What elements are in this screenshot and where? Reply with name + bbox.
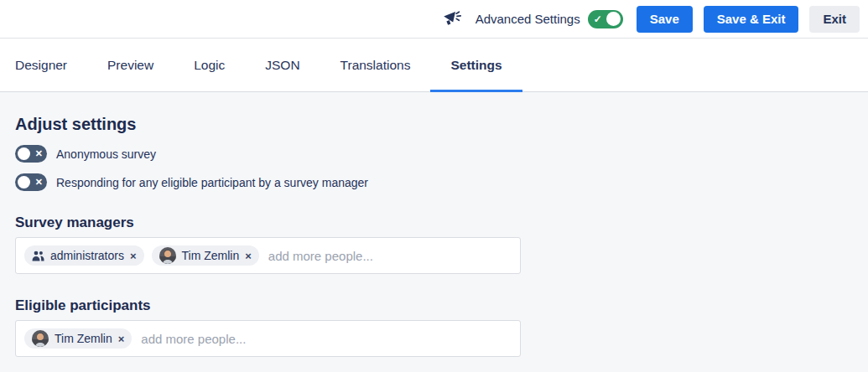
avatar-tim-zemlin	[159, 247, 176, 264]
save-and-exit-button[interactable]: Save & Exit	[704, 6, 799, 33]
tag-tim-zemlin: Tim Zemlin ×	[152, 245, 259, 266]
tab-json[interactable]: JSON	[245, 39, 320, 91]
tag-label: Tim Zemlin	[182, 249, 240, 262]
tag-administrators: administrators ×	[24, 245, 144, 266]
advanced-settings-label: Advanced Settings	[476, 12, 580, 26]
tag-label: administrators	[50, 249, 124, 262]
remove-tag-icon[interactable]: ×	[118, 333, 125, 344]
toggle-knob	[606, 12, 621, 26]
eligible-participants-heading: Eligible participants	[15, 297, 853, 314]
tab-bar: Designer Preview Logic JSON Translations…	[0, 39, 868, 92]
remove-tag-icon[interactable]: ×	[130, 251, 137, 261]
check-icon: ✓	[594, 14, 602, 24]
exit-button[interactable]: Exit	[809, 6, 860, 33]
responding-for-participant-row: ✕ Responding for any eligible participan…	[15, 173, 853, 191]
add-people-field[interactable]	[139, 331, 512, 347]
cross-icon: ✕	[35, 178, 43, 187]
survey-creator-app: Advanced Settings ✓ Save Save & Exit Exi…	[0, 0, 868, 372]
anonymous-survey-row: ✕ Anonymous survey	[15, 145, 853, 163]
megaphone-icon	[443, 11, 462, 28]
settings-panel: Adjust settings ✕ Anonymous survey ✕ Res…	[0, 92, 868, 372]
adjust-settings-heading: Adjust settings	[15, 115, 853, 134]
save-button[interactable]: Save	[637, 6, 693, 33]
tag-label: Tim Zemlin	[55, 332, 112, 345]
cross-icon: ✕	[35, 149, 43, 158]
tab-preview[interactable]: Preview	[87, 39, 174, 91]
eligible-participants-input[interactable]: Tim Zemlin ×	[15, 320, 521, 357]
group-icon	[32, 251, 44, 261]
tab-logic[interactable]: Logic	[174, 39, 245, 91]
advanced-settings-toggle[interactable]: ✓	[588, 10, 623, 28]
anonymous-survey-toggle[interactable]: ✕	[15, 145, 47, 163]
survey-managers-input[interactable]: administrators × Tim Zemlin ×	[15, 237, 521, 274]
add-people-field[interactable]	[267, 248, 512, 264]
responding-for-participant-toggle[interactable]: ✕	[15, 173, 47, 191]
toggle-knob	[18, 147, 30, 160]
tab-designer[interactable]: Designer	[0, 39, 87, 91]
anonymous-survey-label: Anonymous survey	[56, 147, 156, 161]
remove-tag-icon[interactable]: ×	[245, 251, 252, 261]
topbar: Advanced Settings ✓ Save Save & Exit Exi…	[0, 0, 868, 39]
tab-translations[interactable]: Translations	[320, 39, 431, 91]
responding-for-participant-label: Responding for any eligible participant …	[56, 176, 368, 189]
avatar-tim-zemlin	[32, 330, 49, 347]
toggle-knob	[18, 176, 30, 189]
tag-tim-zemlin: Tim Zemlin ×	[24, 328, 132, 349]
survey-managers-heading: Survey managers	[15, 214, 853, 231]
tab-settings[interactable]: Settings	[430, 39, 522, 91]
